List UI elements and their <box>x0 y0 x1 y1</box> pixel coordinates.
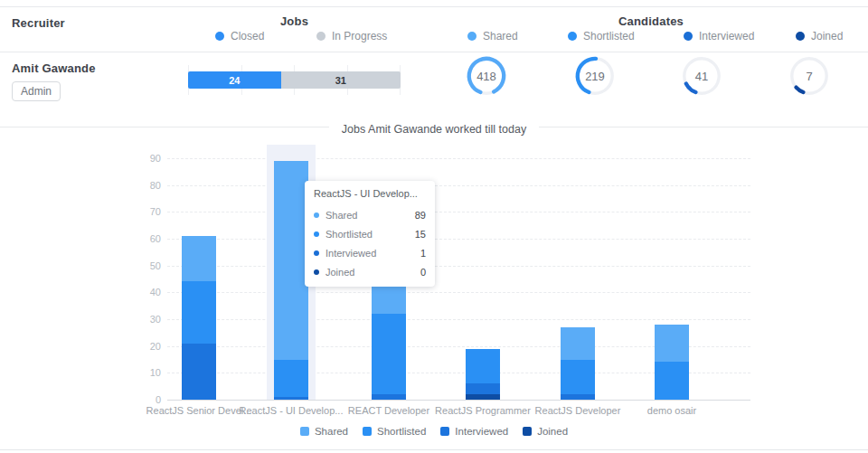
chart-tooltip: ReactJS - UI Develop... Shared89Shortlis… <box>305 181 435 287</box>
candidates-legend-item-shared: Shared <box>467 30 518 42</box>
gridline <box>167 158 750 159</box>
recruiter-name: Amit Gawande <box>12 61 96 75</box>
candidates-legend-item-joined: Joined <box>796 30 843 42</box>
y-axis-tick-label: 90 <box>130 153 161 164</box>
bar-interviewed-2[interactable] <box>274 397 308 400</box>
tooltip-series-label: Shortlisted <box>326 229 373 240</box>
tooltip-series-dot <box>314 231 319 237</box>
x-axis-line <box>167 400 750 401</box>
tooltip-title: ReactJS - UI Develop... <box>314 188 426 199</box>
tooltip-series-dot <box>314 212 319 218</box>
legend-item-joined[interactable]: Joined <box>523 426 568 437</box>
chart-legend: SharedShortlistedInterviewedJoined <box>0 426 868 437</box>
tooltip-series-value: 89 <box>415 210 426 221</box>
legend-item-shared[interactable]: Shared <box>300 426 348 437</box>
y-axis-tick-label: 30 <box>130 314 161 325</box>
candidate-gauge[interactable]: 7 <box>788 54 831 98</box>
tooltip-row-shortlisted: Shortlisted15 <box>314 224 426 243</box>
role-badge: Admin <box>12 81 61 101</box>
y-axis-tick-label: 10 <box>130 367 161 378</box>
x-axis-category-label: ReactJS - UI Develop... <box>237 405 345 416</box>
candidates-legend-dot <box>568 32 577 41</box>
top-divider <box>0 6 868 7</box>
gridline <box>167 292 750 293</box>
tooltip-row-shared: Shared89 <box>314 205 426 224</box>
bar-interviewed-1[interactable] <box>182 344 216 400</box>
legend-item-shortlisted[interactable]: Shortlisted <box>363 426 426 437</box>
x-axis-category-label: demo osair <box>618 405 726 416</box>
bar-interviewed-5[interactable] <box>561 394 595 400</box>
legend-label: Shared <box>315 426 348 437</box>
jobs-legend-dot <box>316 32 326 41</box>
y-axis-tick-label: 80 <box>130 180 161 191</box>
y-axis-tick-label: 20 <box>130 341 161 352</box>
x-axis-category-label: ReactJS Programmer <box>429 405 537 416</box>
tooltip-series-label: Joined <box>326 267 354 278</box>
bar-joined-4[interactable] <box>466 394 500 400</box>
candidates-legend-dot <box>467 32 476 41</box>
gridline <box>167 239 750 240</box>
gauge-value: 418 <box>465 54 508 98</box>
candidate-gauge[interactable]: 41 <box>680 54 723 98</box>
bar-interviewed-3[interactable] <box>372 394 406 400</box>
y-axis-tick-label: 40 <box>130 287 161 297</box>
gauge-value: 7 <box>788 54 831 98</box>
gauge-value: 41 <box>680 54 723 98</box>
gauge-value: 219 <box>573 54 617 98</box>
y-axis-tick-label: 60 <box>130 233 161 244</box>
candidates-legend-dot <box>796 32 805 41</box>
candidates-legend-label: Shared <box>483 30 518 42</box>
in-progress-jobs-segment[interactable]: 31 <box>281 71 401 89</box>
bottom-divider <box>0 449 868 450</box>
legend-label: Shortlisted <box>377 426 426 437</box>
legend-item-interviewed[interactable]: Interviewed <box>440 426 508 437</box>
legend-label: Joined <box>537 426 568 437</box>
x-axis-category-label: REACT Developer <box>335 405 443 416</box>
legend-swatch <box>363 427 372 436</box>
recruiter-column-header: Recruiter <box>12 16 65 30</box>
candidate-gauge[interactable]: 418 <box>465 54 508 98</box>
candidates-legend-label: Shortlisted <box>583 30 635 42</box>
tooltip-row-joined: Joined0 <box>314 262 426 281</box>
y-axis-tick-label: 0 <box>130 394 161 405</box>
jobs-legend-label: Closed <box>231 30 264 42</box>
candidate-gauge[interactable]: 219 <box>573 54 617 98</box>
bar-shortlisted-3[interactable] <box>372 314 406 400</box>
jobs-legend-dot <box>215 32 224 41</box>
legend-swatch <box>440 427 449 436</box>
y-axis-tick-label: 50 <box>130 260 161 271</box>
chart-title: Jobs Amit Gawande worked till today <box>0 120 868 137</box>
bar-shortlisted-6[interactable] <box>655 362 689 400</box>
candidates-legend-dot <box>684 32 693 41</box>
tooltip-series-value: 1 <box>420 248 426 259</box>
tooltip-series-value: 0 <box>420 267 426 278</box>
tooltip-series-dot <box>314 269 319 275</box>
jobs-progress-bar[interactable]: 2431 <box>188 65 401 95</box>
closed-jobs-segment[interactable]: 24 <box>188 71 281 89</box>
tooltip-series-label: Shared <box>326 210 357 221</box>
gridline <box>167 266 750 267</box>
legend-swatch <box>300 427 309 436</box>
y-axis-tick-label: 70 <box>130 206 161 217</box>
tooltip-row-interviewed: Interviewed1 <box>314 243 426 262</box>
legend-swatch <box>523 427 532 436</box>
jobs-legend-item-in-progress: In Progress <box>316 30 387 42</box>
bar-shortlisted-2[interactable] <box>274 360 308 401</box>
x-axis-category-label: ReactJS Developer <box>524 405 632 416</box>
jobs-legend-label: In Progress <box>332 30 387 42</box>
legend-label: Interviewed <box>455 426 508 437</box>
gridline <box>167 319 750 320</box>
tooltip-series-value: 15 <box>415 229 426 240</box>
candidates-column-header: Candidates <box>434 14 868 28</box>
tooltip-series-label: Interviewed <box>326 248 376 259</box>
jobs-legend-item-closed: Closed <box>215 30 264 42</box>
tooltip-series-dot <box>314 250 319 256</box>
recruiter-dashboard: Recruiter Jobs ClosedIn Progress Candida… <box>0 0 868 453</box>
gridline <box>167 212 750 212</box>
gridline <box>167 185 750 186</box>
candidates-legend-item-interviewed: Interviewed <box>684 30 754 42</box>
jobs-column-header: Jobs <box>188 14 401 28</box>
header-divider <box>0 52 868 52</box>
candidates-legend-label: Interviewed <box>699 30 754 42</box>
candidates-legend-label: Joined <box>811 30 843 42</box>
